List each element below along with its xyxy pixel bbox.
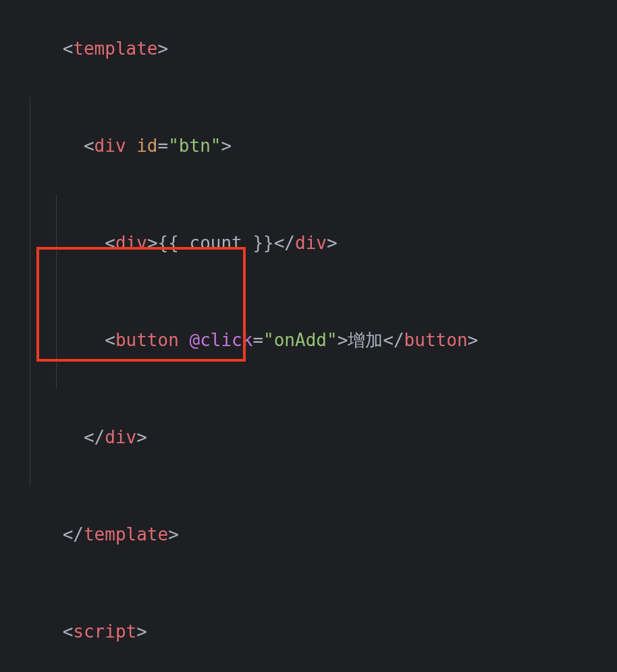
mustache-count: {{ count }} (158, 233, 274, 253)
angle-open: < (63, 38, 74, 59)
tag-button: button (115, 330, 179, 350)
button-text: 增加 (348, 330, 383, 350)
attr-value-btn: "btn" (168, 136, 221, 156)
code-line[interactable]: <script> (0, 583, 617, 672)
tag-div: div (95, 136, 126, 156)
code-editor[interactable]: <template> <div id="btn"> <div>{{ count … (0, 0, 617, 672)
code-line[interactable]: </template> (0, 486, 617, 583)
code-line[interactable]: <div>{{ count }}</div> (0, 194, 617, 291)
code-line[interactable]: <template> (0, 0, 617, 97)
directive-click: @click (189, 330, 252, 350)
code-line[interactable]: <button @click="onAdd">增加</button> (0, 291, 617, 389)
tag-script: script (73, 621, 136, 642)
attr-id: id (136, 136, 157, 156)
code-line[interactable]: <div id="btn"> (0, 97, 617, 194)
click-handler: "onAdd" (263, 330, 338, 350)
angle-close: > (158, 38, 169, 59)
code-line[interactable]: </div> (0, 389, 617, 486)
tag-template: template (73, 38, 157, 59)
